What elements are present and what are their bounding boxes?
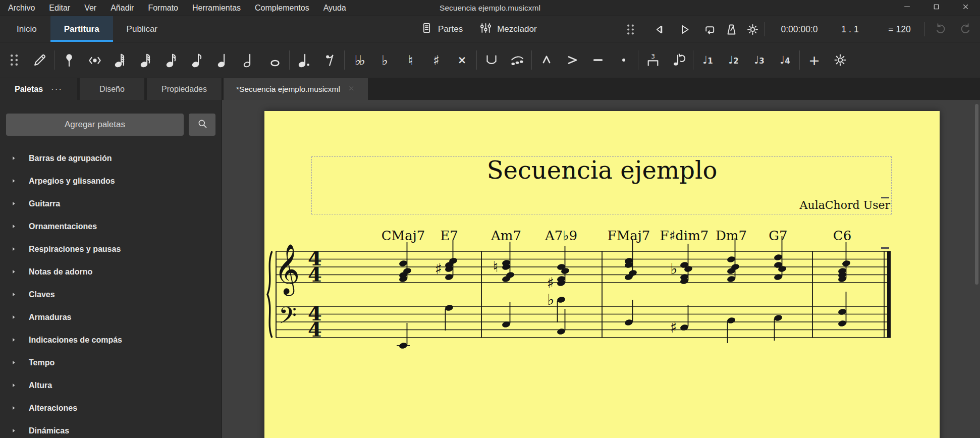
settings-button[interactable] (742, 19, 763, 39)
palette-item[interactable]: Claves (6, 283, 215, 306)
add-palettes-button[interactable]: Agregar paletas (6, 114, 184, 136)
repitch-button[interactable] (82, 45, 107, 75)
palette-item[interactable]: Barras de agrupación (6, 147, 215, 170)
note-64th-button[interactable] (107, 45, 133, 75)
flat-button[interactable]: ♭ (372, 45, 398, 75)
chord-symbol[interactable]: Am7 (491, 228, 521, 243)
tab-close-icon[interactable] (348, 84, 355, 94)
palette-item[interactable]: Respiraciones y pausas (6, 238, 215, 260)
note-half-button[interactable] (236, 45, 262, 75)
palette-item[interactable]: Notas de adorno (6, 260, 215, 283)
chord-symbol[interactable]: A7♭9 (545, 228, 577, 243)
palette-menu-button[interactable]: ··· (51, 84, 63, 94)
palette-item[interactable]: Arpegios y glissandos (6, 170, 215, 192)
playback-time[interactable]: 0:00:00:0 (772, 16, 827, 42)
note-8th-button[interactable] (185, 45, 210, 75)
menu-item[interactable]: Editar (42, 0, 77, 16)
main-tab[interactable]: Partitura (50, 16, 113, 42)
menu-item[interactable]: Herramientas (185, 0, 248, 16)
note-16th-button[interactable] (159, 45, 185, 75)
loop-button[interactable] (698, 19, 720, 39)
note-quarter-button[interactable] (210, 45, 236, 75)
chord-symbol[interactable]: C6 (833, 228, 851, 243)
mixer-icon (479, 21, 493, 37)
panel-tab[interactable]: Paletas··· (0, 78, 77, 100)
palette-item[interactable]: Armaduras (6, 306, 215, 328)
mixer-button[interactable]: Mezclador (479, 21, 536, 37)
double-sharp-button[interactable]: × (449, 45, 475, 75)
add-button[interactable]: + (801, 45, 827, 75)
minimize-button[interactable] (892, 0, 921, 16)
note-whole-button[interactable] (262, 45, 288, 75)
palette-search-button[interactable] (189, 114, 215, 136)
panel-tab[interactable]: Diseño (80, 78, 144, 100)
palette-item-label: Tempo (29, 358, 55, 367)
parts-button[interactable]: Partes (420, 21, 463, 37)
chord-symbol[interactable]: FMaj7 (608, 228, 650, 243)
vertical-scrollbar[interactable] (975, 104, 978, 285)
score-canvas[interactable]: Secuencia ejemplo AulaChord User 𝄞𝄢4444♯… (222, 100, 980, 438)
eighth-rest-button[interactable] (317, 45, 343, 75)
chord-symbol[interactable]: E7 (440, 228, 458, 243)
flip-direction-button[interactable] (666, 45, 691, 75)
palette-item[interactable]: Altura (6, 374, 215, 397)
palette-item[interactable]: Ornamentaciones (6, 215, 215, 238)
natural-button[interactable]: ♮ (398, 45, 423, 75)
staccato-button[interactable] (611, 45, 636, 75)
voice-3-button[interactable]: ♩3 (746, 45, 772, 75)
menu-item[interactable]: Añadir (103, 0, 141, 16)
menu-item[interactable]: Complementos (248, 0, 316, 16)
expand-triangle-icon (11, 267, 17, 277)
playback-drag-handle[interactable] (620, 19, 641, 39)
menu-item[interactable]: Archivo (1, 0, 42, 16)
close-button[interactable] (951, 0, 980, 16)
palette-item[interactable]: Alteraciones (6, 397, 215, 419)
drag-handle-button[interactable] (1, 45, 27, 75)
palette-item-label: Guitarra (29, 199, 60, 208)
tuplet-button[interactable]: 3 (640, 45, 666, 75)
palette-search-row: Agregar paletas (6, 114, 215, 136)
accent-button[interactable] (559, 45, 585, 75)
redo-button[interactable] (954, 19, 975, 39)
palette-item[interactable]: Dinámicas (6, 419, 215, 438)
settings-button[interactable] (827, 45, 853, 75)
voice-4-button[interactable]: ♩4 (772, 45, 798, 75)
menu-item[interactable]: Formato (141, 0, 185, 16)
augmentation-dot-button[interactable] (291, 45, 317, 75)
slur-button[interactable] (504, 45, 530, 75)
sharp-button[interactable]: ♯ (423, 45, 449, 75)
chord-symbol[interactable]: F♯dim7 (660, 228, 709, 243)
playback-position[interactable]: 1.1 (834, 16, 869, 42)
score-page[interactable]: Secuencia ejemplo AulaChord User 𝄞𝄢4444♯… (264, 111, 940, 438)
palettes-panel: Agregar paletas Barras de agrupación Arp… (0, 100, 222, 438)
marcato-button[interactable] (533, 45, 559, 75)
main-tab[interactable]: Inicio (3, 16, 50, 42)
note-32nd-button[interactable] (133, 45, 159, 75)
notehead-cursor-button[interactable] (56, 45, 82, 75)
play-button[interactable] (673, 19, 694, 39)
palette-item[interactable]: Tempo (6, 351, 215, 374)
chord-symbol[interactable]: G7 (769, 228, 787, 243)
metronome-button[interactable] (721, 19, 742, 39)
tempo-display[interactable]: = 120 (873, 16, 922, 42)
voice-1-button[interactable]: ♩1 (695, 45, 721, 75)
voice-2-button[interactable]: ♩2 (721, 45, 746, 75)
menu-item[interactable]: Ayuda (316, 0, 353, 16)
chord-symbol[interactable]: Dm7 (716, 228, 747, 243)
panel-tab[interactable]: Propiedades (147, 78, 222, 100)
chord-symbol[interactable]: CMaj7 (382, 228, 425, 243)
tenuto-button[interactable] (585, 45, 611, 75)
palette-item[interactable]: Guitarra (6, 192, 215, 215)
rewind-button[interactable] (648, 19, 669, 39)
ribbon-center: Partes Mezclador (420, 16, 537, 42)
undo-button[interactable] (930, 19, 951, 39)
tie-button[interactable] (478, 45, 504, 75)
document-tab[interactable]: *Secuencia ejemplo.musicxml (224, 78, 368, 100)
menu-item[interactable]: Ver (77, 0, 103, 16)
double-flat-button[interactable]: ♭♭ (346, 45, 372, 75)
maximize-button[interactable] (921, 0, 951, 16)
main-tab[interactable]: Publicar (113, 16, 171, 42)
search-icon (196, 118, 208, 132)
note-input-pencil-button[interactable] (27, 45, 52, 75)
palette-item[interactable]: Indicaciones de compás (6, 328, 215, 351)
